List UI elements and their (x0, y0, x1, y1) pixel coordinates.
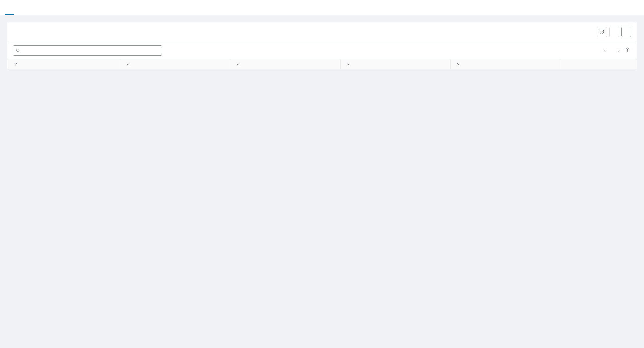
col-header-type[interactable]: ▽ (230, 59, 340, 69)
page-wrapper: ‹ › (0, 0, 644, 348)
panel-header (7, 22, 637, 42)
sort-icon-type: ▽ (237, 62, 239, 66)
settings-icon (625, 47, 630, 52)
svg-line-1 (19, 51, 20, 52)
tab-outbound-rules[interactable] (14, 7, 23, 15)
search-input[interactable] (22, 48, 159, 53)
search-input-wrap[interactable] (13, 45, 162, 56)
content-area: ‹ › (0, 15, 644, 76)
sort-icon-protocol: ▽ (347, 62, 349, 66)
col-header-source (561, 59, 637, 69)
inbound-rules-panel: ‹ › (7, 22, 637, 69)
col-header-port-range[interactable]: ▽ (451, 59, 561, 69)
tabs-bar (0, 0, 644, 15)
manage-tags-button[interactable] (609, 27, 619, 37)
column-settings-button[interactable] (624, 46, 631, 55)
sort-icon-ip: ▽ (127, 62, 129, 66)
refresh-button[interactable] (597, 27, 607, 37)
sort-icon-port: ▽ (457, 62, 459, 66)
refresh-icon (600, 30, 604, 34)
panel-title-wrap (13, 29, 15, 35)
col-header-sgr[interactable]: ▽ (8, 59, 120, 69)
table-header-row: ▽ ▽ (8, 59, 637, 69)
table-wrap: ▽ ▽ (7, 59, 637, 69)
inbound-rules-table: ▽ ▽ (7, 59, 637, 69)
col-header-protocol[interactable]: ▽ (340, 59, 450, 69)
tab-inbound-rules[interactable] (5, 7, 14, 15)
next-page-button[interactable]: › (616, 47, 621, 54)
edit-inbound-rules-button[interactable] (621, 27, 631, 37)
prev-page-button[interactable]: ‹ (602, 47, 607, 54)
tab-tags[interactable] (23, 7, 32, 15)
col-header-ip-version[interactable]: ▽ (120, 59, 230, 69)
search-area: ‹ › (7, 42, 637, 59)
panel-actions (597, 27, 631, 37)
sort-icon-sgr: ▽ (14, 62, 17, 66)
svg-point-2 (627, 49, 628, 50)
search-icon (16, 48, 20, 52)
pagination-wrap: ‹ › (602, 46, 631, 55)
